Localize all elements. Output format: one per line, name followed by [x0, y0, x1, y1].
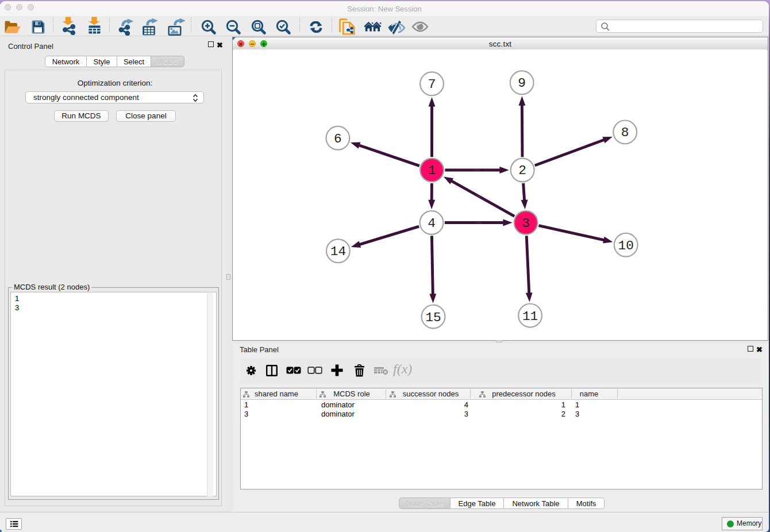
svg-text:3: 3: [522, 216, 530, 231]
svg-text:15: 15: [425, 310, 441, 325]
svg-text:10: 10: [618, 238, 634, 253]
svg-text:14: 14: [330, 244, 346, 259]
svg-text:9: 9: [518, 76, 526, 91]
svg-text:11: 11: [522, 309, 538, 324]
svg-text:6: 6: [334, 132, 342, 147]
svg-text:1: 1: [428, 163, 436, 178]
svg-text:4: 4: [428, 216, 436, 231]
svg-text:7: 7: [428, 77, 436, 92]
svg-text:8: 8: [621, 125, 629, 140]
svg-text:2: 2: [518, 163, 526, 178]
